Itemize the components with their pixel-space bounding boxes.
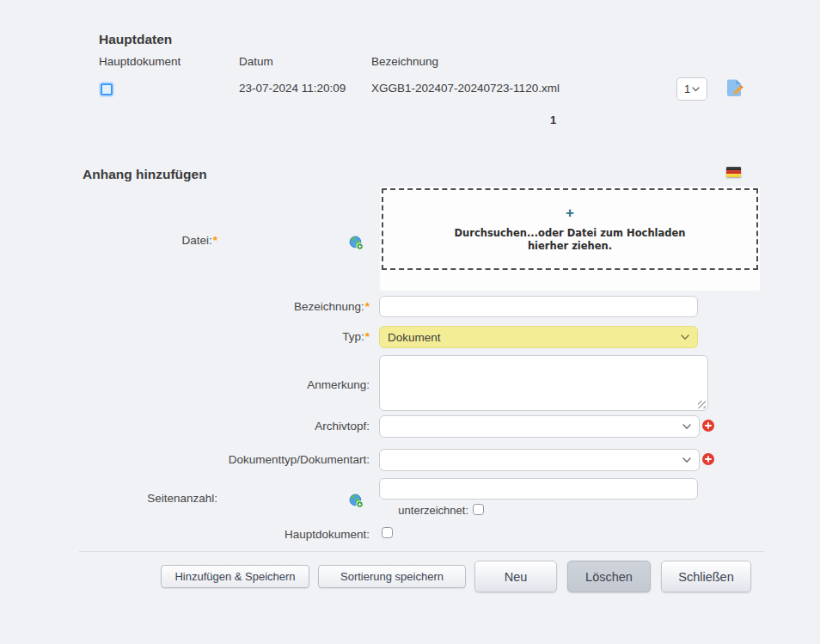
file-dropzone[interactable]: + Durchsuchen...oder Datei zum Hochladen…	[382, 188, 758, 270]
row-datum-value: 23-07-2024 11:20:09	[239, 82, 346, 95]
chevron-down-icon	[692, 87, 700, 92]
plus-circle-icon[interactable]	[702, 420, 714, 432]
plus-icon: +	[566, 205, 574, 221]
required-asterisk: *	[365, 300, 370, 313]
hauptdaten-section-title: Hauptdaten	[99, 32, 172, 47]
unterzeichnet-label: unterzeichnet:	[379, 504, 468, 517]
anhang-section-title: Anhang hinzufügen	[83, 167, 207, 182]
row-order-select[interactable]: 1	[676, 77, 707, 101]
dropzone-text-line1: Durchsuchen...oder Datei zum Hochladen	[454, 227, 685, 240]
chevron-down-icon	[682, 424, 691, 430]
edit-document-icon[interactable]	[726, 78, 744, 97]
add-and-save-button[interactable]: Hinzufügen & Speichern	[161, 565, 309, 588]
plus-circle-icon[interactable]	[702, 453, 714, 465]
typ-label: Typ:*	[86, 330, 370, 343]
anmerkung-textarea[interactable]	[379, 355, 708, 411]
seitenanzahl-label: Seitenanzahl:	[86, 492, 217, 505]
unterzeichnet-checkbox[interactable]	[473, 504, 484, 515]
row-bezeichnung-value: XGGB1-202407-20240723-1120.xml	[371, 82, 560, 95]
globe-add-icon[interactable]	[349, 494, 364, 508]
file-upload-panel: + Durchsuchen...oder Datei zum Hochladen…	[380, 187, 760, 291]
new-button[interactable]: Neu	[474, 561, 557, 592]
required-asterisk: *	[213, 234, 217, 247]
archivtopf-select[interactable]	[379, 415, 700, 438]
hauptdokument-form-label: Hauptdokument:	[86, 528, 370, 541]
datei-label: Datei:*	[86, 234, 217, 247]
chevron-down-icon	[682, 457, 691, 463]
column-header-bezeichnung: Bezeichnung	[371, 55, 438, 68]
row-order-value: 1	[684, 83, 690, 95]
dropzone-text-line2: hierher ziehen.	[528, 240, 612, 253]
save-order-button[interactable]: Sortierung speichern	[318, 565, 466, 588]
column-header-hauptdokument: Hauptdokument	[99, 55, 181, 68]
dokumenttyp-label: Dokumenttyp/Dokumentart:	[86, 453, 370, 466]
chevron-down-icon	[681, 334, 689, 340]
typ-select-value: Dokument	[388, 331, 441, 344]
globe-add-icon[interactable]	[349, 236, 364, 250]
required-asterisk: *	[365, 330, 370, 343]
column-header-datum: Datum	[239, 55, 273, 68]
close-button[interactable]: Schließen	[661, 561, 751, 592]
hauptdokument-form-checkbox[interactable]	[382, 527, 393, 538]
bezeichnung-label: Bezeichnung:*	[86, 300, 370, 313]
resize-grip[interactable]	[698, 401, 706, 408]
german-flag-icon[interactable]	[726, 167, 741, 177]
seitenanzahl-input[interactable]	[379, 478, 698, 500]
typ-select[interactable]: Dokument	[379, 326, 698, 348]
delete-button[interactable]: Löschen	[567, 561, 651, 592]
bezeichnung-input[interactable]	[379, 296, 698, 317]
divider	[79, 551, 764, 552]
dokumenttyp-select[interactable]	[379, 449, 700, 471]
anmerkung-label: Anmerkung:	[86, 378, 370, 391]
pagination-page-1[interactable]: 1	[550, 113, 556, 126]
hauptdokument-row-checkbox[interactable]	[101, 83, 113, 95]
archivtopf-label: Archivtopf:	[86, 420, 370, 432]
